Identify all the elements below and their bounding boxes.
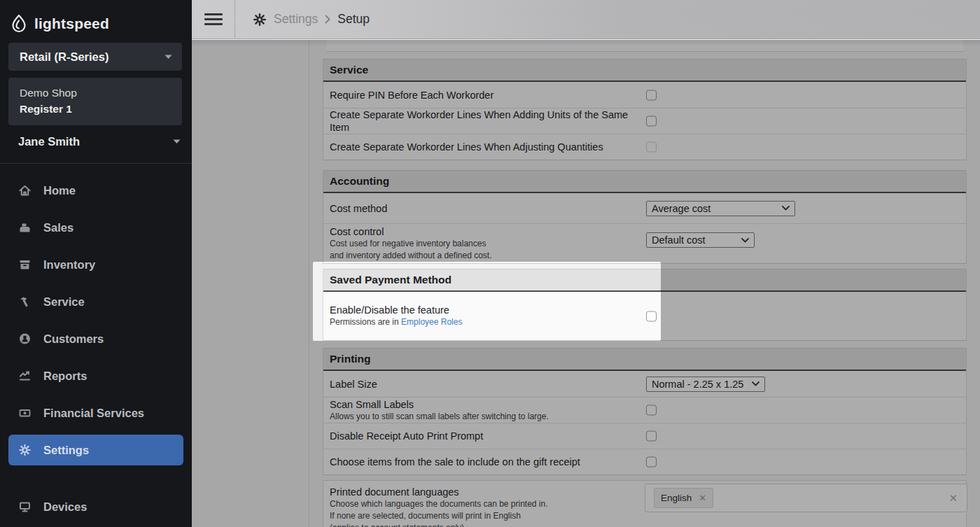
- section-service: Service Require PIN Before Each Workorde…: [323, 59, 967, 160]
- section-header: Printing: [323, 348, 966, 371]
- setting-row: Disable Receipt Auto Print Prompt: [323, 423, 966, 449]
- user-menu[interactable]: Jane Smith: [18, 135, 181, 148]
- topbar: Settings Setup: [192, 0, 980, 39]
- settings-gear-icon: [253, 13, 267, 27]
- saved-payment-enable-checkbox[interactable]: [646, 311, 657, 321]
- setting-help: Allows you to still scan small labels af…: [330, 411, 639, 423]
- sidebar-item-inventory[interactable]: Inventory: [8, 249, 183, 280]
- breadcrumb-settings[interactable]: Settings: [274, 12, 318, 27]
- sidebar-item-devices[interactable]: Devices: [8, 491, 183, 522]
- settings-gear-icon: [18, 444, 31, 456]
- setting-row: Choose items from the sale to include on…: [323, 449, 966, 475]
- setting-row: Cost method Average cost: [323, 193, 966, 223]
- sidebar-divider: [0, 163, 192, 164]
- setting-help: (applies to account statements only).: [330, 522, 639, 527]
- register-selector[interactable]: Demo Shop Register 1: [8, 78, 182, 125]
- product-selector[interactable]: Retail (R-Series): [8, 43, 182, 71]
- setting-help: and inventory added without a defined co…: [330, 250, 639, 262]
- section-accounting: Accounting Cost method Average cost Cost…: [323, 170, 967, 264]
- section-saved-payment-method: Saved Payment Method Enable/Disable the …: [323, 269, 967, 341]
- reports-icon: [18, 370, 31, 382]
- setting-row: Scan Small Labels Allows you to still sc…: [323, 397, 966, 423]
- brand-name: lightspeed: [34, 15, 109, 32]
- setting-help: Permissions are in Employee Roles: [330, 316, 639, 328]
- setting-row: Enable/Disable the feature Permissions a…: [323, 292, 966, 340]
- home-icon: [18, 184, 31, 197]
- inventory-icon: [18, 258, 31, 271]
- setting-help: If none are selected, documents will pri…: [330, 510, 639, 522]
- financial-services-icon: [18, 407, 31, 419]
- sales-icon: [18, 221, 31, 234]
- label-size-select[interactable]: Normal - 2.25 x 1.25: [646, 377, 765, 392]
- sidebar-item-label: Home: [43, 184, 76, 197]
- hamburger-menu-icon[interactable]: [204, 13, 223, 25]
- topbar-shadow: [192, 40, 980, 46]
- setting-row: Require PIN Before Each Workorder: [323, 82, 966, 108]
- clear-input-icon[interactable]: ✕: [948, 492, 958, 505]
- topbar-divider: [234, 0, 235, 38]
- customers-icon: [18, 332, 31, 345]
- sidebar-item-sales[interactable]: Sales: [8, 212, 183, 243]
- devices-icon: [18, 500, 31, 513]
- chip-label: English: [661, 493, 692, 503]
- setting-label: Cost method: [330, 202, 639, 215]
- breadcrumb-chevron-icon: [325, 15, 330, 24]
- setting-label: Printed document languages: [330, 486, 639, 498]
- sidebar-item-label: Settings: [43, 444, 89, 457]
- setting-label: Scan Small Labels: [330, 398, 639, 411]
- setting-label: Disable Receipt Auto Print Prompt: [330, 430, 639, 442]
- sidebar-item-label: Service: [43, 295, 85, 309]
- sidebar-item-financial-services[interactable]: Financial Services: [8, 398, 183, 428]
- cost-control-select[interactable]: Default cost: [646, 232, 755, 248]
- cost-method-select[interactable]: Average cost: [646, 201, 795, 216]
- lightspeed-flame-icon: [10, 14, 28, 34]
- chevron-down-icon: [782, 206, 790, 211]
- setting-row: Printed document languages Choose which …: [323, 481, 966, 527]
- scan-small-labels-checkbox[interactable]: [646, 405, 657, 416]
- setting-help: Cost used for negative inventory balance…: [330, 238, 639, 250]
- setting-label: Label Size: [330, 378, 639, 391]
- setting-row: Create Separate Workorder Lines When Add…: [323, 108, 966, 134]
- setting-label: Require PIN Before Each Workorder: [330, 89, 639, 101]
- sidebar-item-home[interactable]: Home: [8, 175, 183, 206]
- employee-roles-link[interactable]: Employee Roles: [401, 317, 462, 327]
- brand-logo: lightspeed: [0, 0, 192, 38]
- setting-label: Enable/Disable the feature: [330, 304, 639, 316]
- select-value: Default cost: [652, 234, 706, 246]
- chip-remove-icon[interactable]: ✕: [699, 493, 706, 503]
- sidebar-nav: Home Sales Inventory: [0, 175, 192, 527]
- sidebar-item-label: Sales: [43, 221, 74, 234]
- sidebar-item-label: Customers: [43, 332, 104, 346]
- section-printing-languages: Printed document languages Choose which …: [323, 480, 967, 527]
- sidebar-item-label: Inventory: [43, 258, 95, 272]
- panel-left-border: [309, 40, 309, 527]
- sidebar-item-settings[interactable]: Settings: [8, 435, 183, 465]
- separate-workorder-lines-units-checkbox[interactable]: [646, 116, 657, 127]
- sidebar-item-label: Devices: [43, 500, 87, 514]
- sidebar-item-customers[interactable]: Customers: [8, 323, 183, 354]
- disable-receipt-auto-print-checkbox[interactable]: [646, 431, 657, 442]
- sidebar-item-service[interactable]: Service: [8, 286, 183, 317]
- setting-label: Choose items from the sale to include on…: [330, 456, 639, 468]
- setting-label: Create Separate Workorder Lines When Add…: [330, 108, 639, 134]
- product-selector-label: Retail (R-Series): [20, 50, 164, 64]
- language-chip: English ✕: [654, 488, 713, 508]
- setting-label: Cost control: [330, 225, 639, 238]
- gift-receipt-items-checkbox[interactable]: [646, 457, 657, 468]
- sidebar-item-label: Reports: [43, 370, 87, 383]
- section-printing: Printing Label Size Normal - 2.25 x 1.25…: [323, 348, 967, 475]
- chevron-down-icon: [752, 381, 760, 386]
- setting-row: Label Size Normal - 2.25 x 1.25: [323, 371, 966, 397]
- printed-languages-input[interactable]: English ✕ ✕: [645, 484, 967, 512]
- section-header: Service: [323, 59, 966, 82]
- chevron-down-icon: [741, 238, 749, 243]
- setting-row: Create Separate Workorder Lines When Adj…: [323, 134, 966, 160]
- chevron-down-icon: [173, 139, 181, 144]
- setting-label: Create Separate Workorder Lines When Adj…: [330, 141, 639, 153]
- section-header: Accounting: [323, 170, 966, 193]
- sidebar-item-reports[interactable]: Reports: [8, 360, 183, 391]
- service-icon: [18, 295, 31, 308]
- require-pin-checkbox[interactable]: [646, 90, 657, 100]
- help-prefix: Permissions are in: [330, 317, 401, 327]
- separate-workorder-lines-quantities-checkbox: [646, 142, 657, 153]
